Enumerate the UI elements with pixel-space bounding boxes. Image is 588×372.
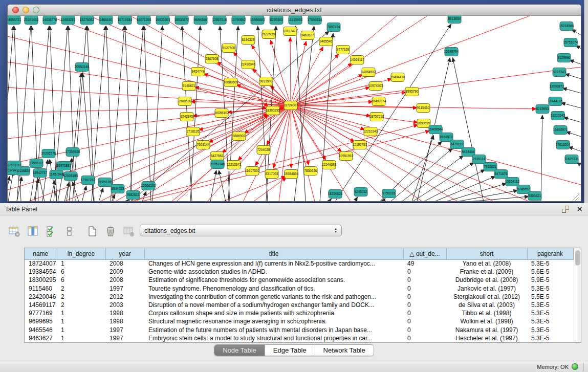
graph-node[interactable]: 16497074	[372, 97, 386, 106]
graph-node[interactable]: 2367608	[205, 55, 219, 63]
graph-node[interactable]: 15751074	[563, 38, 578, 47]
graph-node[interactable]: 16409544	[428, 125, 443, 134]
graph-node[interactable]: 7682623	[126, 191, 140, 200]
column-header-name[interactable]: name	[25, 248, 57, 259]
close-icon[interactable]: ✕	[576, 206, 583, 213]
graph-node[interactable]: 9350421	[528, 192, 541, 201]
table-select-dropdown[interactable]: citations_edges.txt ▲▼	[140, 225, 342, 236]
resize-grip-icon[interactable]	[573, 194, 579, 201]
network-canvas[interactable]: 1872400710107427252260588186328912750823…	[8, 16, 581, 202]
graph-node[interactable]: 16210643	[551, 112, 565, 120]
graph-node[interactable]: 8215953	[536, 105, 549, 114]
graph-node[interactable]: 12867516	[212, 16, 227, 25]
graph-node[interactable]: 7204028	[257, 146, 270, 155]
table-row[interactable]: 1872400712008Changes of HCN gene express…	[25, 259, 573, 268]
graph-node[interactable]: 12505185	[63, 172, 78, 181]
row-selection-button[interactable]	[44, 225, 58, 238]
tab-network-table[interactable]: Network Table	[315, 345, 374, 356]
graph-node[interactable]: 9694560	[194, 16, 207, 25]
graph-node[interactable]: 20391436	[24, 16, 39, 25]
graph-node[interactable]: 30975887	[57, 162, 72, 170]
graph-node[interactable]: 16033603	[156, 16, 170, 25]
graph-node[interactable]: 20553146	[75, 63, 90, 72]
graph-node[interactable]: 8290363	[270, 16, 283, 25]
graph-node[interactable]: 17503118	[8, 161, 21, 170]
new-column-button[interactable]	[85, 225, 99, 238]
graph-node[interactable]: 15494410	[390, 73, 405, 82]
tab-node-table[interactable]: Node Table	[214, 345, 265, 356]
graph-node[interactable]: 8186328	[242, 36, 255, 45]
graph-node[interactable]: 8813054	[448, 16, 461, 24]
table-row[interactable]: 1830029562008Estimation of significance …	[25, 276, 573, 284]
graph-node[interactable]: 19384554	[284, 170, 299, 179]
column-visibility-button[interactable]	[26, 225, 39, 238]
graph-node[interactable]: 9750316	[382, 189, 396, 198]
graph-node[interactable]: 22420046	[241, 60, 256, 69]
graph-node[interactable]: 7603144	[197, 141, 210, 149]
graph-node[interactable]: 18757513	[369, 113, 384, 121]
graph-node[interactable]: 8454749	[191, 68, 205, 76]
graph-node[interactable]: 15892971	[553, 126, 568, 135]
graph-node[interactable]: 20206576	[41, 149, 56, 158]
graph-node[interactable]: 6479197	[450, 140, 464, 149]
graph-node[interactable]: 15276062	[80, 16, 95, 25]
graph-node[interactable]: 11544698	[322, 161, 336, 169]
graph-node[interactable]: 18530872	[175, 16, 189, 25]
graph-node[interactable]: 12366103	[141, 182, 156, 190]
table-row[interactable]: 946362711997Embryonic stem cells: a mode…	[25, 334, 573, 342]
graph-node[interactable]: 8934023	[111, 185, 124, 193]
graph-node[interactable]: 14569117	[350, 56, 364, 64]
graph-node[interactable]: 9505135	[98, 178, 112, 187]
graph-node[interactable]: 9115460	[417, 104, 430, 113]
column-header-short[interactable]: short	[446, 248, 527, 259]
table-row[interactable]: 1938455462009Genome-wide association stu…	[25, 268, 573, 276]
graph-node[interactable]: 9227343	[553, 68, 566, 77]
graph-node[interactable]: 2588520	[178, 97, 191, 106]
delete-table-button[interactable]	[122, 225, 136, 238]
network-window[interactable]: citations_edges.txt 18724007101074272522…	[7, 4, 581, 202]
graph-node[interactable]: 9129996	[557, 54, 571, 62]
graph-node[interactable]: 9831503	[259, 77, 273, 86]
graph-node[interactable]: 10688609	[224, 78, 238, 87]
graph-node[interactable]: 8427552	[210, 152, 224, 161]
column-header-pagerank[interactable]: pagerank	[527, 248, 573, 259]
column-header-year[interactable]: year	[105, 248, 144, 259]
network-window-titlebar[interactable]: citations_edges.txt	[8, 5, 581, 16]
graph-node[interactable]: 10654112	[505, 178, 519, 186]
graph-node[interactable]: 16055102	[214, 109, 229, 118]
graph-node[interactable]: 14854503	[361, 68, 376, 77]
graph-node[interactable]: 9465546	[319, 37, 333, 46]
column-header-in-degree[interactable]: in_degree	[57, 248, 105, 259]
graph-node[interactable]: 17957253	[81, 176, 96, 185]
graph-node[interactable]: 7857224	[327, 23, 340, 32]
table-row[interactable]: 911546021997Tourette syndrome. Phenomeno…	[25, 285, 573, 293]
column-header--out-de-[interactable]: △ out_de...	[403, 248, 446, 259]
graph-node[interactable]: 24055721	[8, 16, 21, 25]
table-scrollbar-thumb[interactable]	[575, 250, 580, 266]
graph-node[interactable]: 18724007	[284, 101, 298, 110]
zoom-window-icon[interactable]	[33, 7, 39, 13]
graph-node[interactable]: 12210143	[363, 127, 378, 136]
graph-node[interactable]: 10719184	[118, 16, 133, 25]
graph-node[interactable]: 9245012	[354, 188, 367, 196]
table-row[interactable]: 969969511998Structural magnetic resonanc…	[25, 317, 573, 325]
graph-node[interactable]: 9146821	[182, 82, 195, 91]
graph-node[interactable]: 9886903	[232, 132, 246, 141]
table-row[interactable]: 977716911998Corpus callosum shape and si…	[25, 309, 573, 317]
graph-node[interactable]: 10790862	[231, 16, 246, 25]
graph-node[interactable]: 16107553	[245, 167, 260, 176]
graph-node[interactable]: 10653287	[61, 16, 76, 25]
graph-node[interactable]: 15218586	[559, 22, 574, 31]
graph-node[interactable]: 17359928	[66, 148, 80, 157]
graph-node[interactable]: 17599334	[308, 16, 322, 25]
graph-node[interactable]: 2935114	[472, 155, 486, 164]
graph-node[interactable]: 12213343	[227, 161, 242, 169]
graph-node[interactable]: 15956683	[250, 16, 265, 25]
graph-node[interactable]: 18220628	[328, 190, 343, 199]
graph-node[interactable]: 18300295	[266, 106, 280, 115]
graph-node[interactable]: 9699695	[417, 119, 430, 128]
graph-node[interactable]: 10951993	[339, 152, 354, 161]
tab-edge-table[interactable]: Edge Table	[265, 345, 315, 356]
graph-node[interactable]: 8317003	[265, 170, 278, 179]
graph-node[interactable]: 8471676	[494, 170, 508, 179]
